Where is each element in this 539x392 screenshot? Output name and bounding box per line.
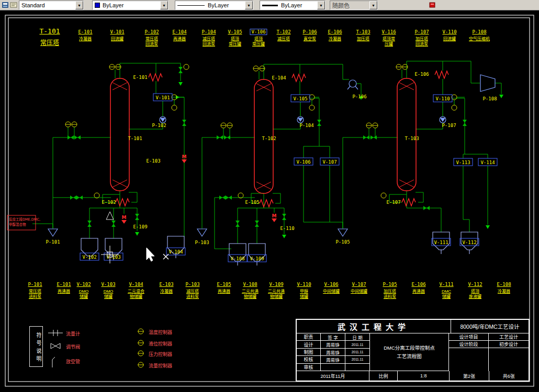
- design-stage-value: 初步设计: [489, 341, 529, 348]
- table-row: 审核: [297, 364, 370, 371]
- legend-item-flow-controller: 流量控制器: [149, 362, 172, 369]
- coil-E-102: [116, 199, 129, 206]
- equipment-tag-E-104[interactable]: E-104: [272, 75, 286, 80]
- equipment-tag-T-102[interactable]: T-102: [262, 136, 276, 141]
- equipment-label-V-116: V-116塔顶常压罐: [381, 25, 396, 48]
- drawing-title-line1: DMC分离工段带控制点: [384, 344, 435, 352]
- equipment-tag-E-105[interactable]: E-105: [245, 200, 259, 205]
- equipment-tag-E-109[interactable]: E-109: [133, 224, 147, 229]
- header-sign: 签 字: [321, 333, 345, 341]
- equipment-tag-E-102[interactable]: E-102: [102, 200, 116, 205]
- equipment-label-V-101: V-101回流罐: [110, 25, 124, 42]
- equipment-tag-V-105[interactable]: V-105: [293, 96, 307, 101]
- sheet-number: 第2张: [450, 371, 489, 381]
- equipment-tag-V-114[interactable]: V-114: [480, 160, 495, 165]
- legend-symbols: [48, 329, 144, 367]
- equipment-tag-E-110[interactable]: E-110: [280, 226, 294, 231]
- equipment-label-V-111: V-111DMC储罐: [439, 278, 453, 300]
- equipment-tag-P-103[interactable]: P-103: [195, 240, 209, 245]
- equipment-label-P-108: P-108空气压缩机: [469, 25, 490, 42]
- equipment-tag-E-106[interactable]: E-106: [414, 72, 429, 77]
- equipment-tag-E-101[interactable]: E-101: [133, 75, 147, 80]
- equipment-tag-E-107[interactable]: E-107: [386, 200, 400, 205]
- lineweight-combo[interactable]: ByLayer ▼: [260, 1, 325, 10]
- equipment-tag-T-103[interactable]: T-103: [405, 136, 419, 141]
- pump-P-101: [48, 229, 58, 236]
- equipment-tag-V-110[interactable]: V-110: [435, 96, 450, 101]
- equipment-tag-P-108[interactable]: P-108: [482, 96, 497, 101]
- design-info: 设计项目 工艺设计 设计阶段 初步设计: [449, 333, 529, 371]
- equipment-label-V-112: V-112塔顶废液罐: [468, 278, 482, 300]
- table-row: 校核 周易铮 2011.11: [297, 356, 370, 363]
- drawing-title-line2: 工艺流程图: [397, 352, 422, 360]
- equipment-tag-V-106[interactable]: V-106: [296, 159, 310, 165]
- equipment-tag-V-104[interactable]: V-104: [169, 249, 183, 255]
- equipment-tag-E-103[interactable]: E-103: [146, 158, 160, 164]
- lineweight-sample-icon: [262, 5, 278, 6]
- color-value: ByLayer: [103, 2, 160, 8]
- dropdown-arrow-icon[interactable]: ▼: [245, 1, 253, 9]
- equipment-label-V-104: V-104二元混合物储罐: [128, 278, 144, 300]
- row-date: [345, 364, 370, 371]
- equipment-tag-V-102[interactable]: V-102: [82, 255, 96, 260]
- equipment-tag-V-113[interactable]: V-113: [456, 160, 470, 165]
- coil-E-101: [149, 74, 162, 81]
- equipment-tag-V-111[interactable]: V-111: [434, 240, 448, 245]
- equipment-tag-V-107[interactable]: V-107: [322, 159, 336, 165]
- legend-item-flowmeter: 流量计: [66, 330, 80, 337]
- legend-item-control-valve: 调节阀: [66, 343, 80, 350]
- drawing-canvas[interactable]: M M M: [0, 10, 539, 392]
- equipment-tag-P-102[interactable]: P-102: [152, 123, 166, 128]
- column-T-101: [110, 78, 129, 191]
- dropdown-arrow-icon[interactable]: ▼: [75, 1, 83, 9]
- equipment-label-P-104: P-104减压塔回流泵: [201, 25, 216, 48]
- equipment-label-V-110: V-110甲醇储罐: [297, 278, 311, 300]
- vacuum-pump-P-106: [349, 80, 356, 87]
- equipment-label-E-108: E-108冷凝器: [497, 278, 511, 294]
- equipment-tag-P-105[interactable]: P-105: [335, 239, 350, 245]
- text-style-combo[interactable]: Standard ▼: [19, 1, 84, 10]
- equipment-label-V-107: V-107中间储罐: [351, 278, 367, 294]
- color-combo[interactable]: ByLayer ▼: [92, 1, 169, 10]
- coil-E-105: [260, 200, 273, 207]
- legend-item-vent-pipe: 放空管: [66, 358, 80, 365]
- equipment-label-E-105: E-105再沸器: [217, 278, 231, 294]
- dropdown-arrow-icon[interactable]: ▼: [369, 1, 377, 9]
- lineweight-value: ByLayer: [281, 2, 317, 8]
- equipment-tag-V-109[interactable]: V-109: [250, 256, 264, 261]
- equipment-tag-V-112[interactable]: V-112: [462, 240, 476, 245]
- legend-valve-icon: [51, 343, 60, 349]
- linetype-value: ByLayer: [208, 2, 245, 8]
- equipment-tag-P-107[interactable]: P-107: [442, 123, 456, 128]
- layer-properties-icon[interactable]: [1, 1, 9, 9]
- row-date: 2011.11: [345, 341, 370, 348]
- equipment-tag-P-106[interactable]: P-106: [352, 94, 366, 99]
- pipe-network[interactable]: [32, 61, 501, 249]
- equipment-label-E-106: E-106再沸器: [411, 278, 425, 294]
- equipment-label-V-106: V-106中间储罐: [323, 278, 340, 294]
- equipment-tag-P-104[interactable]: P-104: [299, 123, 313, 128]
- pumps[interactable]: [48, 75, 495, 236]
- linetype-combo[interactable]: ByLayer ▼: [175, 1, 253, 10]
- motor-valves[interactable]: M M M: [121, 154, 277, 224]
- toolbar: Standard ▼ ByLayer ▼ ByLayer ▼ ByLayer ▼…: [0, 0, 539, 10]
- equipment-tag-T-101[interactable]: T-101: [128, 136, 142, 141]
- equipment-tag-V-108[interactable]: V-108: [230, 256, 244, 261]
- svg-text:M: M: [182, 154, 187, 159]
- drawing-date: 2011年11月: [297, 371, 369, 381]
- design-item-value: 工艺设计: [489, 333, 529, 341]
- storage-tanks[interactable]: [81, 232, 478, 266]
- scale-value: 1:8: [398, 371, 450, 381]
- toolbar-red-tool-icon[interactable]: [428, 1, 436, 9]
- row-date: 2011.11: [345, 356, 370, 363]
- dropdown-arrow-icon[interactable]: ▼: [317, 1, 325, 9]
- coil-E-104: [292, 74, 306, 82]
- row-role: 审核: [297, 364, 321, 371]
- plot-style-value: 随颜色: [332, 1, 369, 9]
- plot-style-combo[interactable]: 随颜色 ▼: [330, 1, 378, 10]
- equipment-tag-P-101[interactable]: P-101: [46, 239, 60, 245]
- dropdown-arrow-icon[interactable]: ▼: [160, 1, 168, 9]
- color-swatch-icon: [95, 3, 100, 8]
- equipment-tag-V-101[interactable]: V-101: [155, 95, 170, 100]
- make-layer-current-icon[interactable]: [9, 1, 18, 9]
